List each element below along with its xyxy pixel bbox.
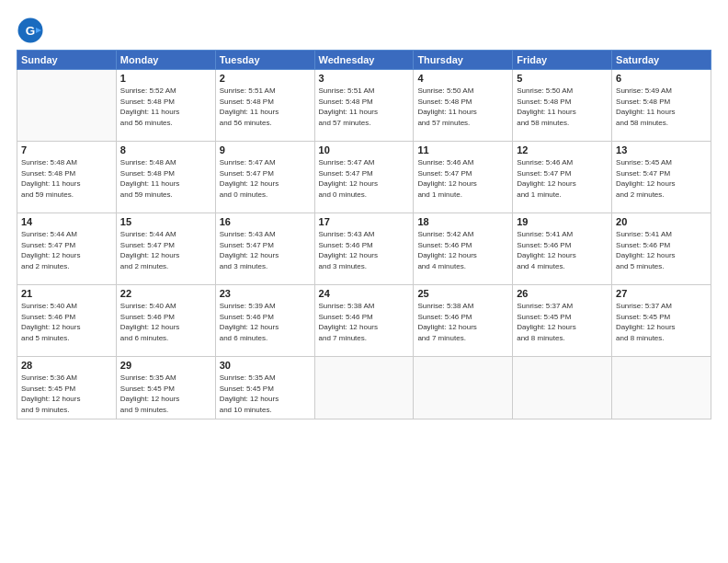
calendar-cell: 28Sunrise: 5:36 AM Sunset: 5:45 PM Dayli… <box>17 357 117 419</box>
day-number: 18 <box>417 216 508 227</box>
day-number: 11 <box>417 144 508 155</box>
day-number: 7 <box>21 144 112 155</box>
calendar-cell: 10Sunrise: 5:47 AM Sunset: 5:47 PM Dayli… <box>314 142 414 213</box>
day-info: Sunrise: 5:46 AM Sunset: 5:47 PM Dayligh… <box>517 157 608 200</box>
day-number: 14 <box>21 216 112 227</box>
weekday-header-saturday: Saturday <box>612 51 711 70</box>
calendar-cell: 6Sunrise: 5:49 AM Sunset: 5:48 PM Daylig… <box>612 70 711 142</box>
day-info: Sunrise: 5:52 AM Sunset: 5:48 PM Dayligh… <box>120 86 211 128</box>
day-info: Sunrise: 5:40 AM Sunset: 5:46 PM Dayligh… <box>120 301 211 343</box>
calendar-cell <box>17 70 117 142</box>
day-info: Sunrise: 5:42 AM Sunset: 5:46 PM Dayligh… <box>417 229 508 271</box>
weekday-header-wednesday: Wednesday <box>314 51 414 70</box>
calendar-cell: 9Sunrise: 5:47 AM Sunset: 5:47 PM Daylig… <box>215 142 314 213</box>
weekday-header-thursday: Thursday <box>414 51 513 70</box>
week-row-1: 1Sunrise: 5:52 AM Sunset: 5:48 PM Daylig… <box>17 70 711 142</box>
day-number: 3 <box>319 73 410 84</box>
day-number: 6 <box>616 73 707 84</box>
calendar-cell: 12Sunrise: 5:46 AM Sunset: 5:47 PM Dayli… <box>513 142 612 213</box>
day-number: 12 <box>517 144 608 155</box>
weekday-header-friday: Friday <box>513 51 612 70</box>
calendar-cell: 21Sunrise: 5:40 AM Sunset: 5:46 PM Dayli… <box>17 285 117 357</box>
weekday-header-row: SundayMondayTuesdayWednesdayThursdayFrid… <box>17 51 711 70</box>
day-info: Sunrise: 5:41 AM Sunset: 5:46 PM Dayligh… <box>616 229 707 271</box>
day-info: Sunrise: 5:35 AM Sunset: 5:45 PM Dayligh… <box>220 373 311 415</box>
svg-text:G: G <box>26 24 36 38</box>
day-number: 25 <box>417 288 508 299</box>
calendar-cell: 3Sunrise: 5:51 AM Sunset: 5:48 PM Daylig… <box>314 70 414 142</box>
calendar-cell <box>314 357 414 419</box>
day-number: 10 <box>319 144 410 155</box>
day-number: 17 <box>319 216 410 227</box>
calendar-cell: 13Sunrise: 5:45 AM Sunset: 5:47 PM Dayli… <box>612 142 711 213</box>
day-info: Sunrise: 5:44 AM Sunset: 5:47 PM Dayligh… <box>120 229 211 271</box>
calendar-cell: 18Sunrise: 5:42 AM Sunset: 5:46 PM Dayli… <box>414 213 513 285</box>
day-info: Sunrise: 5:38 AM Sunset: 5:46 PM Dayligh… <box>319 301 410 343</box>
logo-icon: G <box>17 17 44 44</box>
logo: G <box>17 17 48 44</box>
day-info: Sunrise: 5:48 AM Sunset: 5:48 PM Dayligh… <box>120 157 211 200</box>
week-row-2: 7Sunrise: 5:48 AM Sunset: 5:48 PM Daylig… <box>17 142 711 213</box>
calendar-cell: 7Sunrise: 5:48 AM Sunset: 5:48 PM Daylig… <box>17 142 117 213</box>
calendar-cell: 2Sunrise: 5:51 AM Sunset: 5:48 PM Daylig… <box>215 70 314 142</box>
week-row-5: 28Sunrise: 5:36 AM Sunset: 5:45 PM Dayli… <box>17 357 711 419</box>
day-info: Sunrise: 5:43 AM Sunset: 5:47 PM Dayligh… <box>220 229 311 271</box>
day-number: 22 <box>120 288 211 299</box>
calendar-cell: 19Sunrise: 5:41 AM Sunset: 5:46 PM Dayli… <box>513 213 612 285</box>
day-info: Sunrise: 5:35 AM Sunset: 5:45 PM Dayligh… <box>120 373 211 415</box>
page: G SundayMondayTuesdayWednesdayThursdayFr… <box>0 0 728 563</box>
calendar-cell: 15Sunrise: 5:44 AM Sunset: 5:47 PM Dayli… <box>116 213 215 285</box>
day-number: 5 <box>517 73 608 84</box>
day-info: Sunrise: 5:39 AM Sunset: 5:46 PM Dayligh… <box>220 301 311 343</box>
weekday-header-monday: Monday <box>116 51 215 70</box>
calendar-cell: 4Sunrise: 5:50 AM Sunset: 5:48 PM Daylig… <box>414 70 513 142</box>
week-row-4: 21Sunrise: 5:40 AM Sunset: 5:46 PM Dayli… <box>17 285 711 357</box>
day-number: 28 <box>21 360 112 371</box>
day-info: Sunrise: 5:46 AM Sunset: 5:47 PM Dayligh… <box>417 157 508 200</box>
weekday-header-sunday: Sunday <box>17 51 117 70</box>
day-number: 20 <box>616 216 707 227</box>
day-info: Sunrise: 5:45 AM Sunset: 5:47 PM Dayligh… <box>616 157 707 200</box>
day-number: 29 <box>120 360 211 371</box>
day-number: 26 <box>517 288 608 299</box>
day-info: Sunrise: 5:47 AM Sunset: 5:47 PM Dayligh… <box>319 157 410 200</box>
day-info: Sunrise: 5:37 AM Sunset: 5:45 PM Dayligh… <box>517 301 608 343</box>
day-number: 15 <box>120 216 211 227</box>
calendar-cell: 16Sunrise: 5:43 AM Sunset: 5:47 PM Dayli… <box>215 213 314 285</box>
day-info: Sunrise: 5:37 AM Sunset: 5:45 PM Dayligh… <box>616 301 707 343</box>
day-number: 13 <box>616 144 707 155</box>
day-info: Sunrise: 5:47 AM Sunset: 5:47 PM Dayligh… <box>220 157 311 200</box>
calendar-cell: 20Sunrise: 5:41 AM Sunset: 5:46 PM Dayli… <box>612 213 711 285</box>
day-number: 21 <box>21 288 112 299</box>
day-info: Sunrise: 5:36 AM Sunset: 5:45 PM Dayligh… <box>21 373 112 415</box>
calendar-cell <box>513 357 612 419</box>
day-number: 24 <box>319 288 410 299</box>
calendar-cell: 30Sunrise: 5:35 AM Sunset: 5:45 PM Dayli… <box>215 357 314 419</box>
day-number: 8 <box>120 144 211 155</box>
day-info: Sunrise: 5:38 AM Sunset: 5:46 PM Dayligh… <box>417 301 508 343</box>
calendar-cell: 1Sunrise: 5:52 AM Sunset: 5:48 PM Daylig… <box>116 70 215 142</box>
day-info: Sunrise: 5:49 AM Sunset: 5:48 PM Dayligh… <box>616 86 707 128</box>
calendar-cell: 29Sunrise: 5:35 AM Sunset: 5:45 PM Dayli… <box>116 357 215 419</box>
calendar-cell: 14Sunrise: 5:44 AM Sunset: 5:47 PM Dayli… <box>17 213 117 285</box>
day-info: Sunrise: 5:40 AM Sunset: 5:46 PM Dayligh… <box>21 301 112 343</box>
calendar-cell <box>414 357 513 419</box>
day-info: Sunrise: 5:44 AM Sunset: 5:47 PM Dayligh… <box>21 229 112 271</box>
day-number: 1 <box>120 73 211 84</box>
calendar: SundayMondayTuesdayWednesdayThursdayFrid… <box>17 50 711 419</box>
day-number: 23 <box>220 288 311 299</box>
day-info: Sunrise: 5:51 AM Sunset: 5:48 PM Dayligh… <box>319 86 410 128</box>
day-info: Sunrise: 5:41 AM Sunset: 5:46 PM Dayligh… <box>517 229 608 271</box>
calendar-cell: 5Sunrise: 5:50 AM Sunset: 5:48 PM Daylig… <box>513 70 612 142</box>
day-number: 19 <box>517 216 608 227</box>
day-number: 27 <box>616 288 707 299</box>
calendar-cell: 24Sunrise: 5:38 AM Sunset: 5:46 PM Dayli… <box>314 285 414 357</box>
day-number: 30 <box>220 360 311 371</box>
calendar-cell: 8Sunrise: 5:48 AM Sunset: 5:48 PM Daylig… <box>116 142 215 213</box>
week-row-3: 14Sunrise: 5:44 AM Sunset: 5:47 PM Dayli… <box>17 213 711 285</box>
calendar-cell: 25Sunrise: 5:38 AM Sunset: 5:46 PM Dayli… <box>414 285 513 357</box>
header: G <box>17 17 711 44</box>
calendar-cell: 17Sunrise: 5:43 AM Sunset: 5:46 PM Dayli… <box>314 213 414 285</box>
day-number: 4 <box>417 73 508 84</box>
day-info: Sunrise: 5:43 AM Sunset: 5:46 PM Dayligh… <box>319 229 410 271</box>
